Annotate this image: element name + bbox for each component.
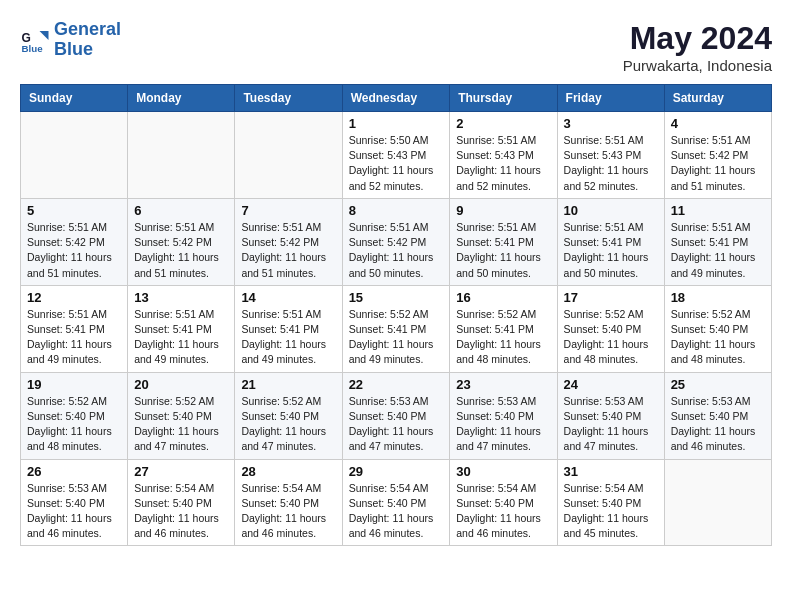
calendar-cell: 9Sunrise: 5:51 AM Sunset: 5:41 PM Daylig…: [450, 198, 557, 285]
day-info: Sunrise: 5:52 AM Sunset: 5:40 PM Dayligh…: [134, 394, 228, 455]
day-info: Sunrise: 5:54 AM Sunset: 5:40 PM Dayligh…: [564, 481, 658, 542]
calendar-cell: 13Sunrise: 5:51 AM Sunset: 5:41 PM Dayli…: [128, 285, 235, 372]
day-number: 10: [564, 203, 658, 218]
day-number: 17: [564, 290, 658, 305]
day-info: Sunrise: 5:52 AM Sunset: 5:41 PM Dayligh…: [349, 307, 444, 368]
calendar-cell: 26Sunrise: 5:53 AM Sunset: 5:40 PM Dayli…: [21, 459, 128, 546]
calendar-cell: 1Sunrise: 5:50 AM Sunset: 5:43 PM Daylig…: [342, 112, 450, 199]
col-header-sunday: Sunday: [21, 85, 128, 112]
calendar-cell: [21, 112, 128, 199]
calendar-cell: 20Sunrise: 5:52 AM Sunset: 5:40 PM Dayli…: [128, 372, 235, 459]
day-info: Sunrise: 5:51 AM Sunset: 5:43 PM Dayligh…: [564, 133, 658, 194]
calendar-cell: 27Sunrise: 5:54 AM Sunset: 5:40 PM Dayli…: [128, 459, 235, 546]
calendar-cell: 7Sunrise: 5:51 AM Sunset: 5:42 PM Daylig…: [235, 198, 342, 285]
day-info: Sunrise: 5:51 AM Sunset: 5:42 PM Dayligh…: [349, 220, 444, 281]
calendar-week-row: 5Sunrise: 5:51 AM Sunset: 5:42 PM Daylig…: [21, 198, 772, 285]
calendar-cell: 17Sunrise: 5:52 AM Sunset: 5:40 PM Dayli…: [557, 285, 664, 372]
month-year-title: May 2024: [623, 20, 772, 57]
day-info: Sunrise: 5:54 AM Sunset: 5:40 PM Dayligh…: [134, 481, 228, 542]
svg-text:Blue: Blue: [22, 43, 44, 54]
location-subtitle: Purwakarta, Indonesia: [623, 57, 772, 74]
day-info: Sunrise: 5:53 AM Sunset: 5:40 PM Dayligh…: [671, 394, 765, 455]
calendar-cell: 5Sunrise: 5:51 AM Sunset: 5:42 PM Daylig…: [21, 198, 128, 285]
logo-text-blue: Blue: [54, 40, 121, 60]
day-info: Sunrise: 5:53 AM Sunset: 5:40 PM Dayligh…: [349, 394, 444, 455]
day-number: 24: [564, 377, 658, 392]
day-info: Sunrise: 5:51 AM Sunset: 5:41 PM Dayligh…: [241, 307, 335, 368]
day-number: 5: [27, 203, 121, 218]
day-number: 19: [27, 377, 121, 392]
calendar-cell: 6Sunrise: 5:51 AM Sunset: 5:42 PM Daylig…: [128, 198, 235, 285]
day-info: Sunrise: 5:51 AM Sunset: 5:43 PM Dayligh…: [456, 133, 550, 194]
calendar-cell: 29Sunrise: 5:54 AM Sunset: 5:40 PM Dayli…: [342, 459, 450, 546]
day-info: Sunrise: 5:51 AM Sunset: 5:42 PM Dayligh…: [241, 220, 335, 281]
calendar-cell: 31Sunrise: 5:54 AM Sunset: 5:40 PM Dayli…: [557, 459, 664, 546]
day-number: 13: [134, 290, 228, 305]
calendar-cell: 12Sunrise: 5:51 AM Sunset: 5:41 PM Dayli…: [21, 285, 128, 372]
page-header: G Blue General Blue May 2024 Purwakarta,…: [20, 20, 772, 74]
day-info: Sunrise: 5:51 AM Sunset: 5:41 PM Dayligh…: [134, 307, 228, 368]
day-number: 20: [134, 377, 228, 392]
calendar-cell: 16Sunrise: 5:52 AM Sunset: 5:41 PM Dayli…: [450, 285, 557, 372]
day-number: 6: [134, 203, 228, 218]
title-block: May 2024 Purwakarta, Indonesia: [623, 20, 772, 74]
calendar-cell: 14Sunrise: 5:51 AM Sunset: 5:41 PM Dayli…: [235, 285, 342, 372]
logo-text-general: General: [54, 20, 121, 40]
calendar-week-row: 12Sunrise: 5:51 AM Sunset: 5:41 PM Dayli…: [21, 285, 772, 372]
day-info: Sunrise: 5:51 AM Sunset: 5:41 PM Dayligh…: [456, 220, 550, 281]
day-number: 22: [349, 377, 444, 392]
logo-icon: G Blue: [20, 25, 50, 55]
day-number: 12: [27, 290, 121, 305]
logo: G Blue General Blue: [20, 20, 121, 60]
col-header-saturday: Saturday: [664, 85, 771, 112]
day-info: Sunrise: 5:51 AM Sunset: 5:41 PM Dayligh…: [671, 220, 765, 281]
calendar-cell: 25Sunrise: 5:53 AM Sunset: 5:40 PM Dayli…: [664, 372, 771, 459]
calendar-cell: 15Sunrise: 5:52 AM Sunset: 5:41 PM Dayli…: [342, 285, 450, 372]
calendar-cell: 24Sunrise: 5:53 AM Sunset: 5:40 PM Dayli…: [557, 372, 664, 459]
day-info: Sunrise: 5:52 AM Sunset: 5:40 PM Dayligh…: [241, 394, 335, 455]
day-info: Sunrise: 5:51 AM Sunset: 5:41 PM Dayligh…: [27, 307, 121, 368]
calendar-cell: 3Sunrise: 5:51 AM Sunset: 5:43 PM Daylig…: [557, 112, 664, 199]
col-header-friday: Friday: [557, 85, 664, 112]
day-info: Sunrise: 5:51 AM Sunset: 5:42 PM Dayligh…: [27, 220, 121, 281]
calendar-cell: 28Sunrise: 5:54 AM Sunset: 5:40 PM Dayli…: [235, 459, 342, 546]
day-number: 15: [349, 290, 444, 305]
day-number: 26: [27, 464, 121, 479]
day-info: Sunrise: 5:53 AM Sunset: 5:40 PM Dayligh…: [564, 394, 658, 455]
day-info: Sunrise: 5:50 AM Sunset: 5:43 PM Dayligh…: [349, 133, 444, 194]
day-info: Sunrise: 5:52 AM Sunset: 5:41 PM Dayligh…: [456, 307, 550, 368]
col-header-monday: Monday: [128, 85, 235, 112]
day-info: Sunrise: 5:52 AM Sunset: 5:40 PM Dayligh…: [564, 307, 658, 368]
day-number: 29: [349, 464, 444, 479]
day-number: 9: [456, 203, 550, 218]
day-info: Sunrise: 5:52 AM Sunset: 5:40 PM Dayligh…: [671, 307, 765, 368]
day-number: 30: [456, 464, 550, 479]
calendar-cell: 18Sunrise: 5:52 AM Sunset: 5:40 PM Dayli…: [664, 285, 771, 372]
day-number: 21: [241, 377, 335, 392]
calendar-week-row: 1Sunrise: 5:50 AM Sunset: 5:43 PM Daylig…: [21, 112, 772, 199]
calendar-cell: 30Sunrise: 5:54 AM Sunset: 5:40 PM Dayli…: [450, 459, 557, 546]
day-info: Sunrise: 5:53 AM Sunset: 5:40 PM Dayligh…: [27, 481, 121, 542]
day-info: Sunrise: 5:54 AM Sunset: 5:40 PM Dayligh…: [349, 481, 444, 542]
day-info: Sunrise: 5:52 AM Sunset: 5:40 PM Dayligh…: [27, 394, 121, 455]
calendar-week-row: 19Sunrise: 5:52 AM Sunset: 5:40 PM Dayli…: [21, 372, 772, 459]
day-info: Sunrise: 5:51 AM Sunset: 5:42 PM Dayligh…: [134, 220, 228, 281]
day-number: 23: [456, 377, 550, 392]
calendar-cell: [664, 459, 771, 546]
day-info: Sunrise: 5:53 AM Sunset: 5:40 PM Dayligh…: [456, 394, 550, 455]
day-number: 28: [241, 464, 335, 479]
day-info: Sunrise: 5:51 AM Sunset: 5:41 PM Dayligh…: [564, 220, 658, 281]
calendar-cell: 22Sunrise: 5:53 AM Sunset: 5:40 PM Dayli…: [342, 372, 450, 459]
day-number: 27: [134, 464, 228, 479]
calendar-cell: [235, 112, 342, 199]
col-header-wednesday: Wednesday: [342, 85, 450, 112]
day-number: 25: [671, 377, 765, 392]
calendar-week-row: 26Sunrise: 5:53 AM Sunset: 5:40 PM Dayli…: [21, 459, 772, 546]
svg-marker-1: [40, 31, 49, 40]
day-number: 14: [241, 290, 335, 305]
calendar-header-row: SundayMondayTuesdayWednesdayThursdayFrid…: [21, 85, 772, 112]
day-number: 4: [671, 116, 765, 131]
day-number: 16: [456, 290, 550, 305]
calendar-cell: 8Sunrise: 5:51 AM Sunset: 5:42 PM Daylig…: [342, 198, 450, 285]
day-number: 18: [671, 290, 765, 305]
